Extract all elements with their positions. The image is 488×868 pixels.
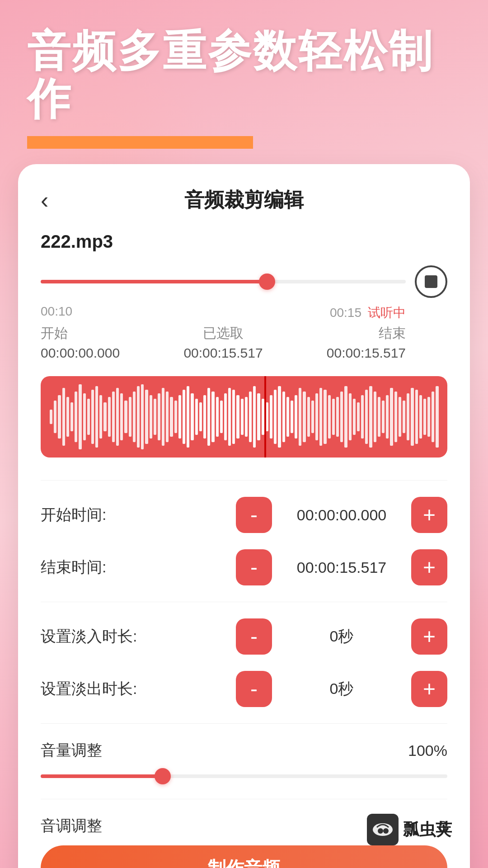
wave-bar — [336, 397, 339, 437]
wave-bar — [307, 397, 310, 437]
wave-bar — [332, 399, 335, 435]
playback-area: 00:10 00:15 试听中 开始 已选取 结束 00:00:00.000 0… — [41, 265, 447, 361]
wave-bar — [278, 386, 281, 448]
stop-button[interactable] — [415, 265, 447, 298]
fade-out-row: 设置淡出时长: - 0秒 + — [41, 671, 447, 707]
wave-bar — [249, 392, 252, 442]
wave-bar — [328, 395, 331, 439]
wave-bar — [419, 395, 422, 439]
wave-bar — [319, 388, 322, 446]
wave-bar — [50, 410, 52, 424]
wave-bar — [203, 395, 206, 439]
wave-bar — [394, 392, 397, 442]
wave-bar — [241, 399, 244, 435]
wave-bar — [436, 386, 438, 448]
wave-bar — [87, 399, 90, 435]
end-time-value: 00:00:15.517 — [284, 345, 406, 361]
wave-bar — [349, 393, 352, 440]
back-button[interactable]: ‹ — [41, 189, 48, 212]
wave-bar — [199, 402, 202, 431]
wave-bar — [58, 395, 61, 439]
header-title: 音频多重参数轻松制作 — [0, 0, 488, 132]
fade-out-label: 设置淡出时长: — [41, 679, 236, 699]
wave-bar — [361, 395, 364, 439]
start-time-plus-button[interactable]: + — [411, 497, 447, 533]
audition-badge: 试听中 — [368, 304, 406, 321]
wave-bar — [423, 399, 426, 435]
waveform — [50, 381, 438, 453]
playback-slider[interactable] — [41, 280, 406, 283]
wave-bar — [378, 397, 380, 437]
fade-out-plus-button[interactable]: + — [411, 671, 447, 707]
wave-bar — [299, 388, 301, 446]
wave-bar — [374, 392, 376, 442]
fade-in-value: 0秒 — [283, 626, 400, 647]
header-highlight — [27, 136, 253, 149]
wave-bar — [145, 390, 148, 444]
start-time-label: 开始时间: — [41, 505, 236, 525]
wave-bar — [382, 401, 385, 433]
wave-bar — [427, 397, 430, 437]
wave-bar — [120, 393, 123, 440]
wave-bar — [178, 395, 181, 439]
wave-bar — [274, 390, 277, 444]
wave-bar — [432, 392, 434, 442]
end-time-stepper: - 00:00:15.517 + — [236, 549, 447, 585]
fade-in-row: 设置淡入时长: - 0秒 + — [41, 618, 447, 655]
wave-bar — [270, 395, 272, 439]
wave-bar — [353, 399, 356, 435]
volume-value: 100% — [408, 742, 447, 760]
wave-bar — [112, 392, 115, 442]
wave-bar — [154, 399, 156, 435]
watermark-icon — [367, 814, 399, 845]
slider-thumb[interactable] — [259, 274, 275, 290]
wave-bar — [129, 397, 131, 437]
wave-bar — [236, 395, 239, 439]
start-time-stepper: - 00:00:00.000 + — [236, 497, 447, 533]
wave-bar — [344, 386, 347, 448]
wave-bar — [211, 392, 214, 442]
selected-label: 已选取 — [162, 324, 284, 343]
waveform-container[interactable] — [41, 376, 447, 458]
wave-bar — [91, 390, 94, 444]
wave-bar — [411, 388, 413, 446]
wave-bar — [66, 397, 69, 437]
wave-bar — [133, 392, 136, 442]
start-time-minus-button[interactable]: - — [236, 497, 272, 533]
fade-in-minus-button[interactable]: - — [236, 618, 272, 655]
fade-out-stepper: - 0秒 + — [236, 671, 447, 707]
nav-bar: ‹ 音频裁剪编辑 — [41, 187, 447, 213]
fade-out-minus-button[interactable]: - — [236, 671, 272, 707]
wave-bar — [83, 393, 86, 440]
wave-bar — [95, 386, 98, 448]
trim-section: 开始时间: - 00:00:00.000 + 结束时间: - 00:00:15.… — [41, 480, 447, 602]
volume-header: 音量调整 100% — [41, 740, 447, 761]
watermark-text: 瓢虫荚 — [403, 819, 452, 841]
pitch-label: 音调调整 — [41, 816, 102, 836]
fade-out-value: 0秒 — [283, 679, 400, 699]
wave-bar — [137, 386, 140, 448]
wave-bar — [162, 388, 164, 446]
wave-bar — [282, 392, 285, 442]
wave-bar — [103, 402, 106, 431]
wave-bar — [191, 393, 193, 440]
wave-bar — [311, 401, 314, 433]
wave-bar — [232, 390, 235, 444]
start-time-value: 00:00:00.000 — [41, 345, 162, 361]
end-time-plus-button[interactable]: + — [411, 549, 447, 585]
watermark: 瓢虫荚 — [367, 814, 452, 845]
wave-bar — [174, 401, 177, 433]
wave-bar — [399, 397, 401, 437]
volume-fill — [41, 774, 163, 778]
playhead — [264, 376, 266, 458]
end-time-minus-button[interactable]: - — [236, 549, 272, 585]
wave-bar — [99, 395, 102, 439]
fade-in-plus-button[interactable]: + — [411, 618, 447, 655]
volume-slider[interactable] — [41, 774, 447, 778]
wave-bar — [315, 393, 318, 440]
volume-thumb[interactable] — [155, 768, 171, 784]
make-audio-button[interactable]: 制作音频 — [41, 845, 447, 868]
fade-in-label: 设置淡入时长: — [41, 626, 236, 647]
volume-label: 音量调整 — [41, 740, 102, 761]
svg-point-2 — [383, 828, 389, 834]
